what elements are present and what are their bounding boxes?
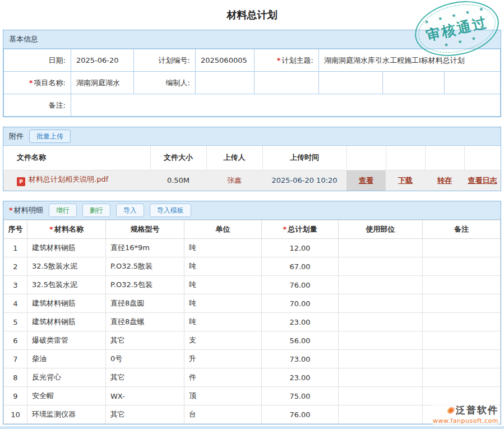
material-qty-cell[interactable]: 76.00 bbox=[262, 405, 339, 424]
material-spec-cell[interactable]: WX- bbox=[106, 387, 184, 405]
material-name-cell[interactable]: 安全帽 bbox=[27, 387, 106, 405]
material-qty-cell[interactable]: 67.00 bbox=[262, 257, 339, 276]
col-remark: 备注 bbox=[423, 220, 501, 239]
required-marker: * bbox=[277, 56, 281, 64]
material-part-cell[interactable] bbox=[339, 294, 423, 313]
material-part-cell[interactable] bbox=[339, 239, 423, 257]
material-remark-cell[interactable] bbox=[423, 350, 501, 368]
import-template-button[interactable]: 导入模板 bbox=[150, 204, 191, 217]
material-qty-cell[interactable]: 70.00 bbox=[262, 294, 339, 313]
material-remark-cell[interactable] bbox=[423, 257, 501, 276]
material-unit-cell[interactable]: 支 bbox=[184, 331, 262, 350]
transfer-save-link[interactable]: 转存 bbox=[437, 176, 452, 184]
required-marker: * bbox=[9, 206, 13, 214]
empty-cell bbox=[383, 72, 445, 94]
pdf-file-icon: P bbox=[17, 177, 25, 186]
material-unit-cell[interactable]: 吨 bbox=[184, 276, 262, 294]
horizontal-scrollbar[interactable] bbox=[0, 426, 504, 429]
material-part-cell[interactable] bbox=[339, 331, 423, 350]
import-button[interactable]: 导入 bbox=[116, 204, 144, 217]
material-remark-cell[interactable] bbox=[423, 276, 501, 294]
col-uploader: 上传人 bbox=[206, 146, 262, 170]
material-name-cell[interactable]: 爆破类雷管 bbox=[27, 331, 106, 350]
material-spec-cell[interactable]: 其它 bbox=[106, 405, 184, 424]
subject-label: *计划主题: bbox=[255, 49, 319, 72]
material-part-cell[interactable] bbox=[339, 405, 423, 424]
material-spec-cell[interactable]: 直径8盘圆 bbox=[106, 294, 184, 313]
material-qty-cell[interactable]: 23.00 bbox=[262, 368, 339, 387]
attachments-header: 附件 批量上传 bbox=[3, 127, 501, 146]
compiler-field[interactable] bbox=[196, 72, 255, 94]
material-qty-cell[interactable]: 75.00 bbox=[262, 387, 339, 405]
attachment-file-size: 0.50M bbox=[150, 170, 206, 191]
material-part-cell[interactable] bbox=[339, 387, 423, 405]
plan-no-field[interactable]: 2025060005 bbox=[196, 49, 255, 72]
material-name-cell[interactable]: 32.5包装水泥 bbox=[27, 276, 106, 294]
material-no: 10 bbox=[4, 405, 27, 424]
material-remark-cell[interactable] bbox=[423, 368, 501, 387]
delete-row-button[interactable]: 删行 bbox=[82, 204, 110, 217]
material-qty-cell[interactable]: 76.00 bbox=[262, 276, 339, 294]
material-name-cell[interactable]: 柴油 bbox=[27, 350, 106, 368]
material-part-cell[interactable] bbox=[339, 350, 423, 368]
date-field[interactable]: 2025-06-20 bbox=[71, 49, 134, 72]
material-unit-cell[interactable]: 吨 bbox=[184, 294, 262, 313]
material-spec-cell[interactable]: 其它 bbox=[106, 331, 184, 350]
material-spec-cell[interactable]: 直径16*9m bbox=[106, 239, 184, 257]
view-link[interactable]: 查看 bbox=[359, 176, 373, 184]
fanpu-website-link[interactable]: www.fanpusoft.com bbox=[433, 417, 498, 425]
material-spec-cell[interactable]: P.O32.5包装 bbox=[106, 276, 184, 294]
material-qty-cell[interactable]: 56.00 bbox=[262, 331, 339, 350]
material-remark-cell[interactable] bbox=[423, 313, 501, 331]
subject-field[interactable]: 湖南洞庭湖水库引水工程施工I标材料总计划 bbox=[319, 49, 501, 72]
attachment-file-name[interactable]: 材料总计划相关说明.pdf bbox=[29, 175, 108, 183]
batch-upload-button[interactable]: 批量上传 bbox=[29, 130, 71, 143]
material-part-cell[interactable] bbox=[339, 368, 423, 387]
material-row: 8 反光背心 其它 件 23.00 bbox=[4, 368, 501, 387]
material-name-cell[interactable]: 建筑材料钢筋 bbox=[27, 313, 106, 331]
materials-title-text: 材料明细 bbox=[14, 206, 43, 214]
material-remark-cell[interactable] bbox=[423, 294, 501, 313]
material-unit-cell[interactable]: 吨 bbox=[184, 239, 262, 257]
material-spec-cell[interactable]: P.O32.5散装 bbox=[106, 257, 184, 276]
material-remark-cell[interactable] bbox=[423, 387, 501, 405]
basic-info-title: 基本信息 bbox=[9, 34, 38, 44]
material-name-cell[interactable]: 32.5散装水泥 bbox=[27, 257, 106, 276]
col-actions bbox=[425, 146, 464, 170]
material-qty-cell[interactable]: 73.00 bbox=[262, 350, 339, 368]
material-part-cell[interactable] bbox=[339, 276, 423, 294]
material-spec-cell[interactable]: 其它 bbox=[106, 368, 184, 387]
material-remark-cell[interactable] bbox=[423, 331, 501, 350]
material-part-cell[interactable] bbox=[339, 313, 423, 331]
add-row-button[interactable]: 增行 bbox=[49, 204, 77, 217]
materials-header-row: 序号 *材料名称 规格型号 单位 *总计划量 使用部位 备注 bbox=[4, 220, 501, 239]
material-qty-cell[interactable]: 23.00 bbox=[262, 313, 339, 331]
project-label-text: 项目名称: bbox=[34, 79, 66, 87]
download-link[interactable]: 下载 bbox=[398, 176, 413, 184]
subject-label-text: 计划主题: bbox=[282, 56, 313, 64]
save-action-cell: 转存 bbox=[425, 170, 464, 191]
material-unit-cell[interactable]: 顶 bbox=[184, 387, 262, 405]
material-unit-cell[interactable]: 升 bbox=[184, 350, 262, 368]
material-unit-cell[interactable]: 吨 bbox=[184, 257, 262, 276]
material-name-cell[interactable]: 建筑材料钢筋 bbox=[27, 239, 106, 257]
empty-cell bbox=[319, 72, 383, 94]
empty-cell bbox=[445, 72, 501, 94]
material-name-cell[interactable]: 建筑材料钢筋 bbox=[27, 294, 106, 313]
material-unit-cell[interactable]: 台 bbox=[184, 405, 262, 424]
project-field[interactable]: 湖南洞庭湖水 bbox=[71, 72, 134, 94]
material-no: 6 bbox=[4, 331, 27, 350]
material-unit-cell[interactable]: 吨 bbox=[184, 313, 262, 331]
material-unit-cell[interactable]: 件 bbox=[184, 368, 262, 387]
material-remark-cell[interactable] bbox=[423, 239, 501, 257]
material-name-cell[interactable]: 反光背心 bbox=[27, 368, 106, 387]
material-qty-cell[interactable]: 12.00 bbox=[262, 239, 339, 257]
material-spec-cell[interactable]: 直径8盘螺 bbox=[106, 313, 184, 331]
attachment-row: P材料总计划相关说明.pdf 0.50M 张鑫 2025-06-20 10:20… bbox=[3, 170, 501, 191]
material-spec-cell[interactable]: 0号 bbox=[106, 350, 184, 368]
material-name-cell[interactable]: 环境监测仪器 bbox=[27, 405, 106, 424]
material-no: 5 bbox=[4, 313, 27, 331]
view-log-link[interactable]: 查看日志 bbox=[468, 176, 497, 184]
material-part-cell[interactable] bbox=[339, 257, 423, 276]
remark-field[interactable] bbox=[71, 94, 501, 117]
